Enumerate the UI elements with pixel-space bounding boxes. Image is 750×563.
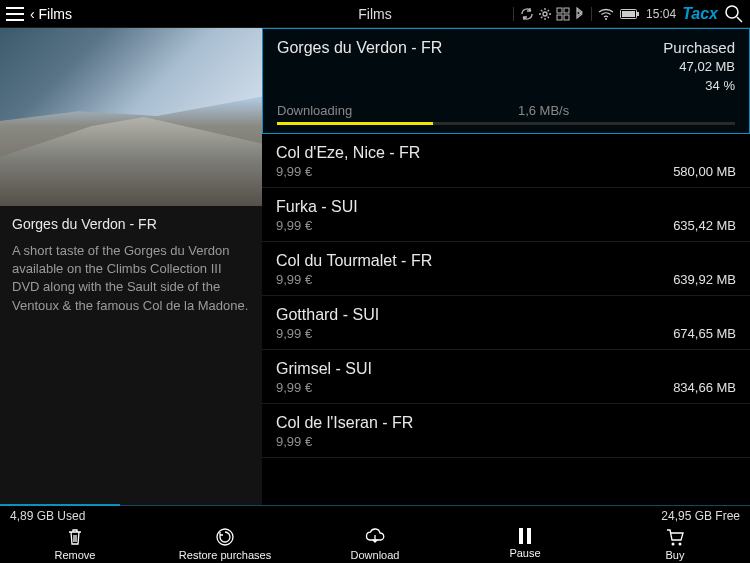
film-name: Col du Tourmalet - FR (276, 252, 432, 270)
bottom-toolbar: Remove Restore purchases Download Pause … (0, 525, 750, 563)
restore-label: Restore purchases (179, 549, 271, 561)
film-name: Col d'Eze, Nice - FR (276, 144, 420, 162)
film-size: 639,92 MB (673, 272, 736, 287)
storage-bar: 4,89 GB Used 24,95 GB Free (0, 505, 750, 525)
clock: 15:04 (646, 7, 676, 21)
svg-point-5 (605, 18, 607, 20)
wifi-icon (598, 8, 614, 20)
film-price: 9,99 € (276, 326, 312, 341)
status-icons (513, 7, 592, 21)
grid-icon (556, 7, 570, 21)
cart-icon (665, 527, 685, 547)
search-icon[interactable] (724, 4, 744, 24)
film-row[interactable]: Col du Tourmalet - FR9,99 €639,92 MB (262, 242, 750, 296)
svg-rect-3 (557, 15, 562, 20)
download-status: Downloading (277, 103, 352, 118)
download-progress (277, 122, 735, 125)
svg-line-10 (737, 17, 742, 22)
film-row[interactable]: Grimsel - SUI9,99 €834,66 MB (262, 350, 750, 404)
bluetooth-icon (574, 7, 585, 21)
film-size: 47,02 MB (679, 59, 735, 74)
cloud-download-icon (364, 527, 386, 547)
film-name: Col de l'Iseran - FR (276, 414, 413, 432)
film-price: 9,99 € (276, 218, 312, 233)
film-name: Gorges du Verdon - FR (277, 39, 442, 57)
svg-point-14 (672, 543, 675, 546)
svg-rect-12 (519, 528, 523, 544)
main-content: Gorges du Verdon - FR A short taste of t… (0, 28, 750, 505)
battery-icon (620, 9, 640, 19)
restore-button[interactable]: Restore purchases (170, 527, 280, 561)
film-price: 9,99 € (276, 272, 312, 287)
storage-free: 24,95 GB Free (661, 509, 740, 523)
film-status: Purchased (663, 39, 735, 56)
film-row[interactable]: Col d'Eze, Nice - FR9,99 €580,00 MB (262, 134, 750, 188)
svg-rect-1 (557, 8, 562, 13)
film-thumbnail (0, 28, 262, 206)
download-label: Download (351, 549, 400, 561)
svg-rect-7 (637, 12, 639, 16)
svg-point-9 (726, 6, 738, 18)
restore-icon (215, 527, 235, 547)
svg-rect-8 (622, 11, 635, 17)
pause-label: Pause (509, 547, 540, 559)
film-row[interactable]: Gotthard - SUI9,99 €674,65 MB (262, 296, 750, 350)
film-name: Gotthard - SUI (276, 306, 379, 324)
back-label: Films (39, 6, 72, 22)
menu-icon[interactable] (6, 7, 24, 21)
download-button[interactable]: Download (320, 527, 430, 561)
pause-icon (517, 527, 533, 545)
pause-button[interactable]: Pause (470, 527, 580, 559)
brand-logo: Tacx (682, 5, 718, 23)
sync-icon (520, 7, 534, 21)
svg-point-15 (679, 543, 682, 546)
svg-rect-4 (564, 15, 569, 20)
download-speed: 1,6 MB/s (518, 103, 569, 118)
remove-label: Remove (55, 549, 96, 561)
trash-icon (65, 527, 85, 547)
film-name: Grimsel - SUI (276, 360, 372, 378)
detail-title: Gorges du Verdon - FR (12, 216, 250, 232)
remove-button[interactable]: Remove (20, 527, 130, 561)
buy-button[interactable]: Buy (620, 527, 730, 561)
film-price: 9,99 € (276, 164, 312, 179)
film-price: 9,99 € (276, 380, 312, 395)
film-row[interactable]: Col de l'Iseran - FR9,99 € (262, 404, 750, 458)
film-size: 674,65 MB (673, 326, 736, 341)
film-price: 9,99 € (276, 434, 312, 449)
svg-rect-13 (527, 528, 531, 544)
detail-panel: Gorges du Verdon - FR A short taste of t… (0, 28, 262, 505)
buy-label: Buy (666, 549, 685, 561)
svg-rect-2 (564, 8, 569, 13)
page-title: Films (358, 6, 391, 22)
film-row[interactable]: Gorges du Verdon - FRPurchased47,02 MB34… (262, 28, 750, 134)
film-size: 635,42 MB (673, 218, 736, 233)
film-name: Furka - SUI (276, 198, 358, 216)
chevron-left-icon: ‹ (30, 6, 35, 22)
gear-icon (538, 7, 552, 21)
film-size: 834,66 MB (673, 380, 736, 395)
film-row[interactable]: Furka - SUI9,99 €635,42 MB (262, 188, 750, 242)
back-button[interactable]: ‹ Films (30, 6, 72, 22)
storage-used: 4,89 GB Used (10, 509, 85, 523)
top-bar: ‹ Films Films 15:04 Tacx (0, 0, 750, 28)
detail-description: A short taste of the Gorges du Verdon av… (12, 242, 250, 315)
film-percent: 34 % (705, 78, 735, 93)
svg-point-0 (543, 12, 547, 16)
film-list[interactable]: Gorges du Verdon - FRPurchased47,02 MB34… (262, 28, 750, 505)
film-size: 580,00 MB (673, 164, 736, 179)
